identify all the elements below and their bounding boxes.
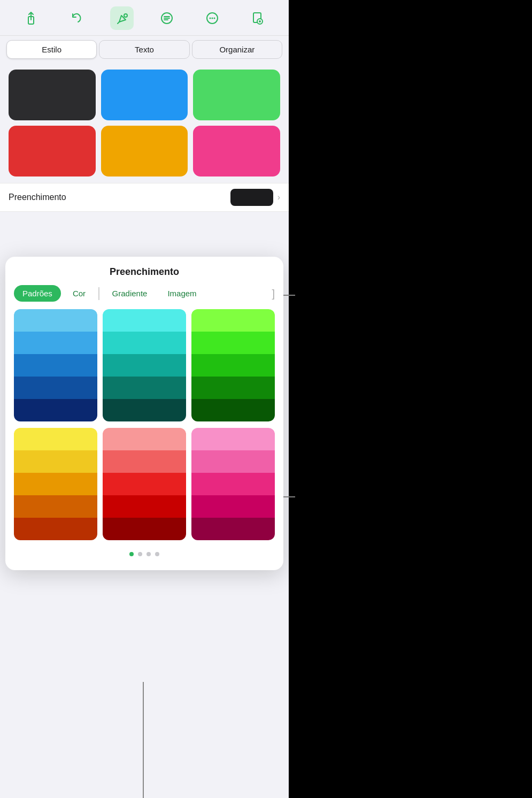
toolbar <box>0 0 289 36</box>
tab-organizar[interactable]: Organizar <box>192 40 282 59</box>
share-button[interactable] <box>19 6 43 30</box>
popup-tabs: Padrões Cor Gradiente Imagem ] <box>5 285 283 309</box>
swatch-group-yellow[interactable] <box>14 428 97 540</box>
text-align-button[interactable] <box>155 6 179 30</box>
svg-point-9 <box>213 18 215 19</box>
popup-tab-cor[interactable]: Cor <box>64 285 94 302</box>
popup-title: Preenchimento <box>5 257 283 285</box>
color-grid-row2 <box>5 428 283 547</box>
swatch-group-blue[interactable] <box>14 309 97 421</box>
swatch-blue[interactable] <box>101 70 188 120</box>
popup-tab-imagem[interactable]: Imagem <box>159 285 205 302</box>
swatch-group-pink[interactable] <box>191 428 275 540</box>
page-dot-2 <box>138 552 142 556</box>
tab-divider <box>98 287 99 300</box>
undo-button[interactable] <box>65 6 88 30</box>
popup-tab-padroes[interactable]: Padrões <box>14 285 61 302</box>
tab-texto[interactable]: Texto <box>99 40 189 59</box>
svg-point-8 <box>211 18 213 19</box>
swatch-group-teal[interactable] <box>103 309 186 421</box>
swatch-group-green[interactable] <box>191 309 275 421</box>
svg-point-1 <box>124 14 127 17</box>
page-dot-3 <box>147 552 151 556</box>
fill-section[interactable]: Preenchimento › <box>0 183 289 212</box>
swatch-green[interactable] <box>193 70 280 120</box>
bracket-icon: ] <box>272 288 275 299</box>
swatch-red[interactable] <box>9 126 96 177</box>
document-button[interactable] <box>246 6 269 30</box>
fill-label: Preenchimento <box>9 193 230 202</box>
tab-bar: Estilo Texto Organizar <box>0 36 289 63</box>
fill-color-preview <box>230 189 273 206</box>
page-dot-1 <box>129 552 134 556</box>
page-dot-4 <box>155 552 159 556</box>
popup-tab-gradiente[interactable]: Gradiente <box>104 285 156 302</box>
swatch-pink[interactable] <box>193 126 280 177</box>
swatch-orange[interactable] <box>101 126 188 177</box>
swatch-dark[interactable] <box>9 70 96 120</box>
more-button[interactable] <box>201 6 224 30</box>
svg-point-7 <box>209 18 211 19</box>
svg-point-12 <box>259 20 261 22</box>
swatch-group-red[interactable] <box>103 428 186 540</box>
page-dots <box>5 547 283 559</box>
style-swatches <box>0 63 289 183</box>
popup-card: Preenchimento Padrões Cor Gradiente Imag… <box>5 257 283 570</box>
color-grid-row1 <box>5 309 283 428</box>
chevron-right-icon: › <box>277 193 280 202</box>
connector-line-bottom <box>143 682 144 798</box>
tab-estilo[interactable]: Estilo <box>6 40 97 59</box>
format-button[interactable] <box>110 6 134 30</box>
